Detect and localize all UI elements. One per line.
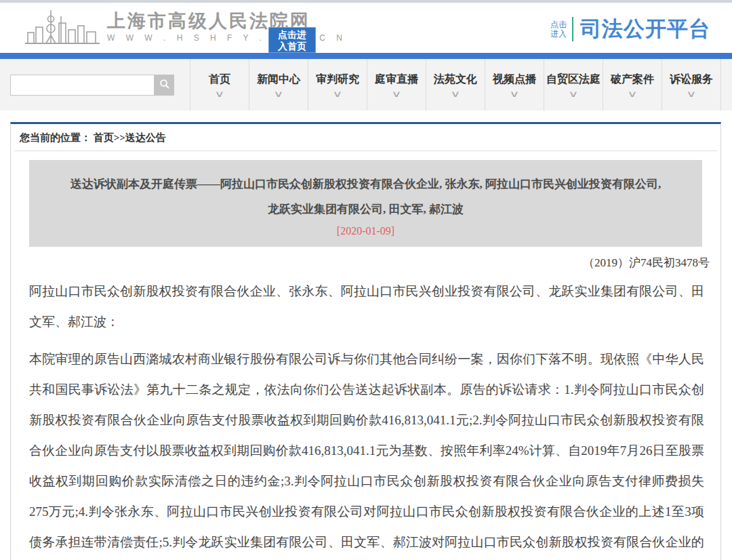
nav-item-video-on-demand[interactable]: 视频点播 ∨ bbox=[485, 59, 544, 111]
portal-divider bbox=[572, 17, 573, 41]
nav-item-court-live[interactable]: 庭审直播 ∨ bbox=[367, 59, 426, 111]
announcement-date: [2020-01-09] bbox=[66, 225, 665, 237]
chevron-down-icon: ∨ bbox=[627, 91, 637, 98]
chevron-down-icon: ∨ bbox=[686, 91, 696, 98]
site-header: 上海市高级人民法院网 W W W . H S H F Y . S H . C N… bbox=[0, 3, 732, 53]
skyline-logo-icon[interactable] bbox=[24, 8, 104, 49]
portal-click-enter-label: 点击 进入 bbox=[550, 20, 567, 39]
judicial-portal-link[interactable]: 点击 进入 司法公开平台 bbox=[550, 15, 710, 43]
portal-name: 司法公开平台 bbox=[580, 15, 710, 43]
search-icon bbox=[159, 79, 170, 92]
announcement-title: 送达诉状副本及开庭传票——阿拉山口市民众创新股权投资有限合伙企业, 张永东, 阿… bbox=[66, 172, 665, 222]
breadcrumb-path[interactable]: 首页>>送达公告 bbox=[94, 132, 166, 143]
chevron-down-icon: ∨ bbox=[450, 91, 460, 98]
chevron-down-icon: ∨ bbox=[273, 91, 283, 98]
case-number: （2019）沪74民初3478号 bbox=[11, 247, 720, 271]
breadcrumb: 您当前的位置： 首页>>送达公告 bbox=[14, 124, 717, 151]
chevron-down-icon: ∨ bbox=[568, 91, 578, 98]
search-button[interactable] bbox=[155, 75, 174, 96]
go-home-button[interactable]: 点击进 入首页 bbox=[268, 27, 316, 53]
chevron-down-icon: ∨ bbox=[214, 91, 224, 98]
nav-item-litigation-services[interactable]: 诉讼服务 ∨ bbox=[662, 59, 721, 111]
home-button-line2: 入首页 bbox=[278, 41, 306, 52]
nav-item-home[interactable]: 首页 ∨ bbox=[190, 59, 249, 111]
chevron-down-icon: ∨ bbox=[509, 91, 519, 98]
chevron-down-icon: ∨ bbox=[391, 91, 401, 98]
nav-item-ftz-court[interactable]: 自贸区法庭 ∨ bbox=[544, 59, 603, 111]
nav-item-court-culture[interactable]: 法苑文化 ∨ bbox=[426, 59, 485, 111]
header-blue-strip bbox=[0, 53, 732, 59]
content-box: 您当前的位置： 首页>>送达公告 送达诉状副本及开庭传票——阿拉山口市民众创新股… bbox=[10, 122, 721, 560]
body-paragraph: 本院审理的原告山西潞城农村商业银行股份有限公司诉与你们其他合同纠纷一案，因你们下… bbox=[29, 344, 704, 560]
breadcrumb-label: 您当前的位置： bbox=[20, 132, 91, 143]
home-button-line1: 点击进 bbox=[278, 29, 306, 40]
nav-item-bankruptcy-cases[interactable]: 破产案件 ∨ bbox=[603, 59, 662, 111]
search-input[interactable] bbox=[10, 75, 155, 96]
main-nav: 首页 ∨ 新闻中心 ∨ 审判研究 ∨ 庭审直播 ∨ 法苑文化 ∨ 视频点播 ∨ … bbox=[0, 59, 732, 111]
search-box bbox=[10, 75, 174, 96]
announcement-title-block: 送达诉状副本及开庭传票——阿拉山口市民众创新股权投资有限合伙企业, 张永东, 阿… bbox=[29, 160, 702, 247]
announcement-body: 阿拉山口市民众创新股权投资有限合伙企业、张永东、阿拉山口市民兴创业投资有限公司、… bbox=[11, 276, 720, 560]
nav-item-news-center[interactable]: 新闻中心 ∨ bbox=[249, 59, 308, 111]
addressees-paragraph: 阿拉山口市民众创新股权投资有限合伙企业、张永东、阿拉山口市民兴创业投资有限公司、… bbox=[29, 276, 704, 337]
chevron-down-icon: ∨ bbox=[332, 91, 342, 98]
nav-menu: 首页 ∨ 新闻中心 ∨ 审判研究 ∨ 庭审直播 ∨ 法苑文化 ∨ 视频点播 ∨ … bbox=[190, 59, 721, 111]
nav-item-trial-research[interactable]: 审判研究 ∨ bbox=[308, 59, 367, 111]
